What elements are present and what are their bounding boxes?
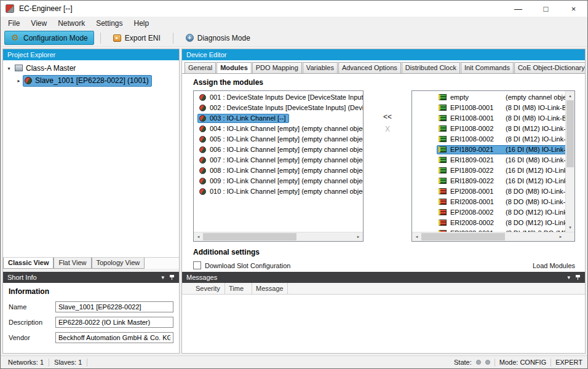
slot-module-icon (199, 136, 206, 143)
maximize-button[interactable]: □ (532, 1, 560, 17)
download-slot-configuration-option[interactable]: Download Slot Configuration (193, 261, 290, 269)
info-field-vendor: Vendor (9, 332, 173, 343)
module-row[interactable]: EPI2008-0002(8 DO (M12) IO-Link-Box-Mo (437, 207, 565, 218)
slot-row[interactable]: 003 : IO-Link Channel [--] (197, 113, 363, 124)
slot-row[interactable]: 007 : IO-Link Channel [empty] (empty cha… (197, 155, 363, 165)
view-tab-topology-view[interactable]: Topology View (92, 258, 145, 269)
module-row[interactable]: EPI2008-0001(8 DO (M8) IO-Link-Box-Mo (437, 186, 565, 197)
scroll-down-icon[interactable] (566, 223, 574, 232)
editor-body: Assign the modules 001 : DeviceState Inp… (182, 74, 585, 272)
tab-general[interactable]: General (185, 62, 216, 73)
module-icon (439, 220, 447, 226)
tree-node-slave-1001[interactable]: Slave_1001 [EP6228-0022] (1001) (3, 74, 179, 87)
slot-horizontal-scrollbar[interactable] (194, 232, 363, 241)
column-header-message[interactable]: Message (252, 283, 288, 294)
vendor-field[interactable] (55, 332, 173, 343)
checkbox-icon[interactable] (193, 261, 201, 269)
info-fields: NameDescriptionVendor (9, 301, 173, 343)
module-row[interactable]: EPI1809-0022(16 DI (M12) IO-Link-Box-Mo (437, 165, 565, 176)
slot-module-icon (199, 115, 206, 122)
titlebar: EC-Engineer [--] — □ × (1, 1, 587, 17)
module-row[interactable]: EPI1008-0001(8 DI (M8) IO-Link-Box-Modu (437, 103, 565, 113)
slot-row[interactable]: 005 : IO-Link Channel [empty] (empty cha… (197, 134, 363, 145)
master-icon (15, 65, 23, 71)
tab-init-commands[interactable]: Init Commands (461, 62, 514, 73)
view-tab-flat-view[interactable]: Flat View (54, 258, 91, 269)
collapsed-arrow-icon[interactable] (15, 78, 23, 84)
scroll-thumb[interactable] (566, 100, 574, 167)
toolbar-button-configuration-mode[interactable]: Configuration Mode (4, 31, 94, 45)
slot-label: 008 : IO-Link Channel [empty] (empty cha… (210, 167, 363, 174)
module-name: EPI1008-0002 (450, 125, 502, 132)
slot-row[interactable]: 008 : IO-Link Channel [empty] (empty cha… (197, 165, 363, 176)
load-modules-button[interactable]: Load Modules (533, 262, 575, 269)
tab-advanced-options[interactable]: Advanced Options (338, 62, 401, 73)
menu-help[interactable]: Help (129, 18, 155, 29)
view-tab-classic-view[interactable]: Classic View (3, 258, 54, 269)
scroll-right-icon[interactable] (354, 232, 363, 241)
slot-row[interactable]: 001 : DeviceState Inputs Device [DeviceS… (197, 92, 363, 103)
close-button[interactable]: × (560, 1, 587, 17)
expanded-arrow-icon[interactable] (5, 66, 13, 71)
module-description: (8 DI (M12) IO-Link-Box-Mod (506, 135, 565, 143)
statusbar-left: Networks: 1Slaves: 1 (3, 359, 87, 367)
module-row[interactable]: ERI1809-0021(16 DI (M8) IO-Link-Box-Mo (437, 155, 565, 165)
column-header-time[interactable]: Time (225, 283, 252, 294)
toolbar-button-label: Configuration Mode (23, 34, 88, 42)
slot-row[interactable]: 009 : IO-Link Channel [empty] (empty cha… (197, 176, 363, 186)
module-row[interactable]: ERI1008-0002(8 DI (M12) IO-Link-Box-Mod (437, 134, 565, 145)
module-row[interactable]: EPI1809-0021(16 DI (M8) IO-Link-Box-Mod (437, 145, 565, 155)
minimize-button[interactable]: — (504, 1, 532, 17)
tab-variables[interactable]: Variables (303, 62, 338, 73)
toolbar-button-label: Diagnosis Mode (197, 34, 250, 42)
clear-module-button[interactable]: X (385, 125, 390, 133)
module-content: EPI1809-0021(16 DI (M8) IO-Link-Box-Mod (437, 145, 565, 154)
module-description: (8 DI (M8) IO-Link-Box-Modu (506, 104, 565, 111)
module-horizontal-scrollbar[interactable] (412, 232, 565, 241)
tab-pdo-mapping[interactable]: PDO Mapping (252, 62, 302, 73)
toolbar-button-diagnosis-mode[interactable]: Diagnosis Mode (180, 31, 256, 45)
module-row[interactable]: ERI2008-0001(8 DO (M8) IO-Link-Box-Mod (437, 197, 565, 207)
scroll-right-icon[interactable] (556, 232, 565, 241)
device-editor-tabs: GeneralModulesPDO MappingVariablesAdvanc… (182, 60, 585, 74)
information-heading: Information (9, 287, 173, 296)
scroll-thumb[interactable] (203, 233, 296, 240)
name-field[interactable] (55, 301, 173, 312)
column-header-severity[interactable]: Severity (192, 283, 225, 294)
tree-node-class-a[interactable]: Class-A Master (3, 62, 179, 74)
pin-icon[interactable] (169, 274, 175, 281)
slot-row[interactable]: 010 : IO-Link Channel [empty] (empty cha… (197, 186, 363, 197)
menu-settings[interactable]: Settings (90, 18, 128, 29)
chevron-down-icon[interactable] (567, 274, 570, 280)
module-content: EPI2008-0002(8 DO (M12) IO-Link-Box-Mo (437, 208, 565, 217)
pin-icon[interactable] (575, 274, 581, 281)
description-field[interactable] (55, 317, 173, 328)
scroll-up-icon[interactable] (566, 91, 574, 100)
tab-modules[interactable]: Modules (217, 62, 252, 74)
menu-network[interactable]: Network (52, 18, 90, 29)
module-row[interactable]: ERI2008-0002(8 DO (M12) IO-Link-Box-Mo (437, 218, 565, 228)
module-description: (8 DO (M8) IO-Link-Box-Mod (506, 198, 565, 205)
info-field-description: Description (9, 317, 173, 328)
module-row[interactable]: EPI1008-0002(8 DI (M12) IO-Link-Box-Mod (437, 124, 565, 134)
remove-module-button[interactable]: << (383, 113, 392, 121)
toolbar-button-export-eni[interactable]: Export ENI (107, 31, 167, 45)
tab-distributed-clock[interactable]: Distributed Clock (402, 62, 460, 73)
menu-view[interactable]: View (25, 18, 52, 29)
scroll-left-icon[interactable] (412, 232, 421, 241)
menu-file[interactable]: File (2, 18, 25, 29)
state-led-icon (485, 360, 490, 365)
scroll-thumb[interactable] (421, 233, 505, 240)
slot-row[interactable]: 004 : IO-Link Channel [empty] (empty cha… (197, 124, 363, 134)
module-row[interactable]: ERI1809-0022(16 DI (M12) IO-Link-Box-Mo (437, 176, 565, 186)
status-slaves: Slaves: 1 (49, 359, 87, 366)
scroll-left-icon[interactable] (194, 232, 203, 241)
slot-row[interactable]: 002 : DeviceState Inputs [DeviceState In… (197, 103, 363, 113)
mode-indicator: Mode: CONFIG (499, 359, 546, 366)
module-vertical-scrollbar[interactable] (565, 91, 574, 232)
module-row[interactable]: ERI1008-0001(8 DI (M8) IO-Link-Box-Modu (437, 113, 565, 124)
module-row[interactable]: empty(empty channel object) (437, 92, 565, 103)
chevron-down-icon[interactable] (161, 274, 164, 280)
tab-coe-object-dictionary[interactable]: CoE Object-Dictionary (514, 62, 585, 73)
slot-row[interactable]: 006 : IO-Link Channel [empty] (empty cha… (197, 145, 363, 155)
